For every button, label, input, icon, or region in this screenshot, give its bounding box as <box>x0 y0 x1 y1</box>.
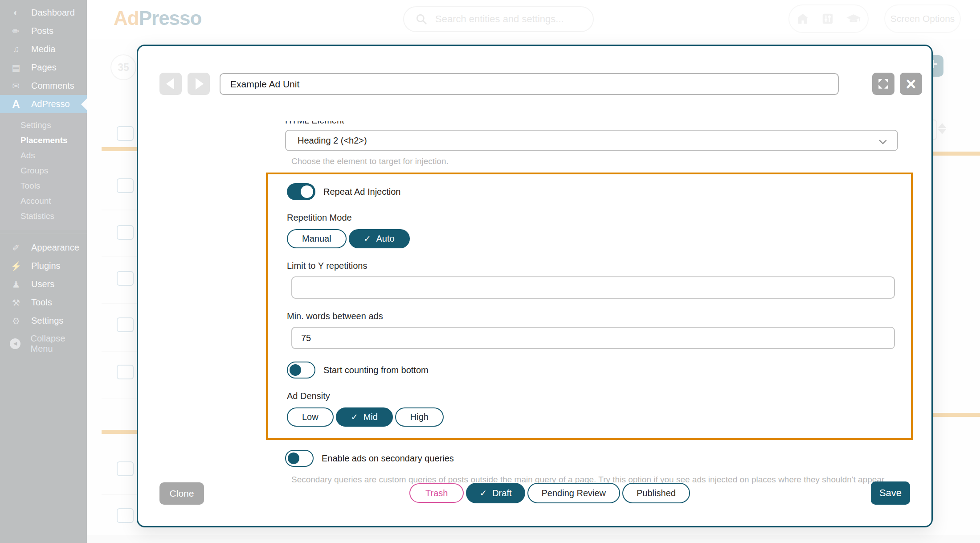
html-element-label: HTML Element <box>285 121 913 125</box>
arrow-right-icon <box>196 78 204 90</box>
html-element-help: Choose the element to target for injecti… <box>291 156 913 166</box>
status-draft-label: Draft <box>492 488 511 498</box>
ad-density-label: Ad Density <box>287 391 896 401</box>
repeat-ad-injection-toggle[interactable] <box>287 183 315 200</box>
close-icon: × <box>906 75 916 93</box>
ad-density-group: Low ✓ Mid High <box>287 407 896 427</box>
expand-modal-button[interactable] <box>872 73 894 95</box>
previous-placement-button[interactable] <box>159 73 182 95</box>
limit-repetitions-label: Limit to Y repetitions <box>287 261 896 271</box>
chevron-down-icon <box>879 137 887 144</box>
clone-button[interactable]: Clone <box>159 482 204 505</box>
placement-title-input[interactable] <box>220 73 839 95</box>
status-group: Trash ✓ Draft Pending Review Published <box>409 483 690 503</box>
mode-auto-label: Auto <box>376 234 395 244</box>
expand-icon <box>877 78 890 90</box>
mode-manual-button[interactable]: Manual <box>287 229 347 248</box>
save-button[interactable]: Save <box>871 481 910 505</box>
limit-repetitions-input[interactable] <box>291 276 895 299</box>
check-icon: ✓ <box>351 412 358 422</box>
min-words-label: Min. words between ads <box>287 311 896 321</box>
status-draft-button[interactable]: ✓ Draft <box>466 483 525 503</box>
repeat-ad-injection-label: Repeat Ad Injection <box>323 187 400 197</box>
density-mid-button[interactable]: ✓ Mid <box>336 407 393 427</box>
modal-scroll-area[interactable]: HTML Element Heading 2 (<h2>) Choose the… <box>266 121 913 515</box>
arrow-left-icon <box>166 78 174 90</box>
density-low-button[interactable]: Low <box>287 407 334 427</box>
mode-auto-button[interactable]: ✓ Auto <box>349 229 410 248</box>
html-element-select[interactable]: Heading 2 (<h2>) <box>285 130 898 151</box>
repetition-mode-label: Repetition Mode <box>287 213 896 223</box>
repetition-mode-group: Manual ✓ Auto <box>287 229 896 248</box>
repeat-injection-section: Repeat Ad Injection Repetition Mode Manu… <box>266 173 913 440</box>
status-pending-button[interactable]: Pending Review <box>527 483 621 503</box>
start-from-bottom-label: Start counting from bottom <box>323 365 429 375</box>
density-high-button[interactable]: High <box>395 407 444 427</box>
secondary-queries-label: Enable ads on secondary queries <box>322 453 454 464</box>
next-placement-button[interactable] <box>188 73 210 95</box>
placement-editor-modal: × HTML Element Heading 2 (<h2>) Choose t… <box>137 45 933 527</box>
status-published-button[interactable]: Published <box>622 483 690 503</box>
app-root: ◐ Dashboard ✏ Posts ♫ Media ▤ Pages ✉ Co… <box>0 0 980 543</box>
html-element-value: Heading 2 (<h2>) <box>298 136 367 146</box>
modal-footer: Clone Trash ✓ Draft Pending Review Publi… <box>159 481 910 505</box>
secondary-queries-toggle[interactable] <box>285 450 314 467</box>
min-words-input[interactable] <box>291 327 895 349</box>
trash-button[interactable]: Trash <box>409 483 464 503</box>
close-modal-button[interactable]: × <box>900 73 922 95</box>
check-icon: ✓ <box>364 234 371 244</box>
density-mid-label: Mid <box>363 412 378 422</box>
check-icon: ✓ <box>479 488 487 498</box>
start-from-bottom-toggle[interactable] <box>287 362 315 378</box>
